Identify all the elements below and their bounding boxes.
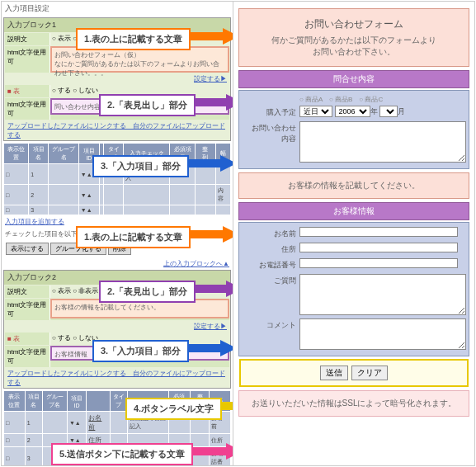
table-heading-label: ■ 表 xyxy=(5,85,50,97)
show-button[interactable]: 表示にする xyxy=(6,243,49,255)
upload-link[interactable]: アップロードしたファイルにリンクする 自分のファイルにアップロードする xyxy=(7,370,225,386)
svg-marker-0 xyxy=(190,28,233,45)
html-label: html文字使用可 xyxy=(5,299,50,320)
html-label: html文字使用可 xyxy=(5,346,50,367)
field-label: お電話番号 xyxy=(242,258,299,272)
upload-link[interactable]: アップロードしたファイルにリンクする 自分のファイルにアップロードする xyxy=(7,122,225,139)
preview-footer: お送りいただいた情報はSSLによって暗号化されます。 xyxy=(238,390,469,417)
arrow-icon xyxy=(193,94,233,111)
preview-intro-box-2: お客様の情報を記載してください。 xyxy=(238,172,469,199)
table1: 表示位置項目名グループ名項目IDタイプ入力チェック必須項目整 列幅 □1▼▲自由… xyxy=(3,143,231,215)
svg-marker-1 xyxy=(193,94,233,111)
table-heading-label: ■ 表 xyxy=(5,333,50,345)
config-link[interactable]: 設定する▶ xyxy=(194,323,227,330)
arrow-icon xyxy=(190,28,233,45)
callout-5: 5.送信ボタン下に記載する文章 xyxy=(51,443,193,465)
html-label: html文字使用可 xyxy=(5,46,50,73)
callout-2b: 2.「表見出し」部分 xyxy=(99,281,196,303)
clear-button[interactable]: クリア xyxy=(351,366,388,380)
svg-marker-3 xyxy=(190,226,233,243)
preview-heading-1: 問合せ内容 xyxy=(238,70,469,88)
callout-1b: 1.表の上に記載する文章 xyxy=(76,226,191,248)
callout-3: 3.「入力項目」部分 xyxy=(92,155,189,177)
preview-form-1: ○ 商品A ○ 商品B ○ 商品C 購入予定近日 2006年 月 お問い合わせ内… xyxy=(238,90,469,169)
preview-intro-box: お問い合わせフォーム 何かご質問があるかたは以下のフォームより お問い合わせ下さ… xyxy=(238,8,469,67)
svg-marker-2 xyxy=(187,155,233,172)
html-label2: html文字使用可 xyxy=(5,98,50,120)
add-item-link[interactable]: 入力項目を追加する xyxy=(5,218,64,225)
submit-button[interactable]: 送信 xyxy=(320,366,348,380)
arrow-icon xyxy=(190,226,233,243)
field-label: コメント xyxy=(242,318,299,351)
arrow-icon xyxy=(193,281,233,297)
phone-input[interactable] xyxy=(299,258,458,268)
preview-subtitle: 何かご質問があるかたは以下のフォームより お問い合わせ下さい。 xyxy=(246,35,462,58)
callout-2: 2.「表見出し」部分 xyxy=(99,94,196,116)
select-year[interactable]: 2006 xyxy=(335,106,370,117)
field-label: 住所 xyxy=(242,243,299,257)
page-heading: 入力項目設定 xyxy=(2,2,233,16)
inquiry-textarea[interactable] xyxy=(299,121,466,163)
field-label: お名前 xyxy=(242,227,299,241)
table-row[interactable]: □3▼▲ xyxy=(4,205,231,215)
arrow-icon xyxy=(187,340,233,356)
arrow-icon xyxy=(187,155,233,172)
preview-form-2: お名前 住所 お電話番号 ご質問 コメント xyxy=(238,222,469,356)
config-link[interactable]: 設定する▶ xyxy=(194,75,227,83)
preview-title: お問い合わせフォーム xyxy=(246,17,462,31)
name-input[interactable] xyxy=(299,227,458,237)
field-label: 購入予定 xyxy=(242,106,299,120)
callout-4: 4.ボタンラベル文字 xyxy=(125,398,222,420)
field-label: ご質問 xyxy=(242,274,299,317)
select-period[interactable]: 近日 xyxy=(299,106,332,117)
address-input[interactable] xyxy=(299,243,458,252)
callout-3b: 3.「入力項目」部分 xyxy=(92,340,189,362)
select-month[interactable] xyxy=(379,106,398,117)
svg-marker-7 xyxy=(193,443,233,460)
up-link[interactable]: 上の入力ブロックへ▲ xyxy=(163,260,229,267)
preview-heading-2: お客様情報 xyxy=(238,202,469,220)
svg-marker-5 xyxy=(187,340,233,356)
svg-marker-4 xyxy=(193,281,233,297)
preview-buttons: 送信クリア xyxy=(239,359,469,387)
question-textarea[interactable] xyxy=(299,274,466,315)
desc-label: 説明文 xyxy=(5,33,50,45)
field-label: お問い合わせ内容 xyxy=(242,121,299,164)
desc-label: 説明文 xyxy=(5,285,50,298)
preview-box2-text: お客様の情報を記載してください。 xyxy=(246,180,462,191)
comment-textarea[interactable] xyxy=(299,318,466,350)
arrow-icon xyxy=(193,443,233,460)
table-row[interactable]: □2▼▲内容 xyxy=(4,185,231,205)
callout-1: 1.表の上に記載する文章 xyxy=(76,28,191,50)
